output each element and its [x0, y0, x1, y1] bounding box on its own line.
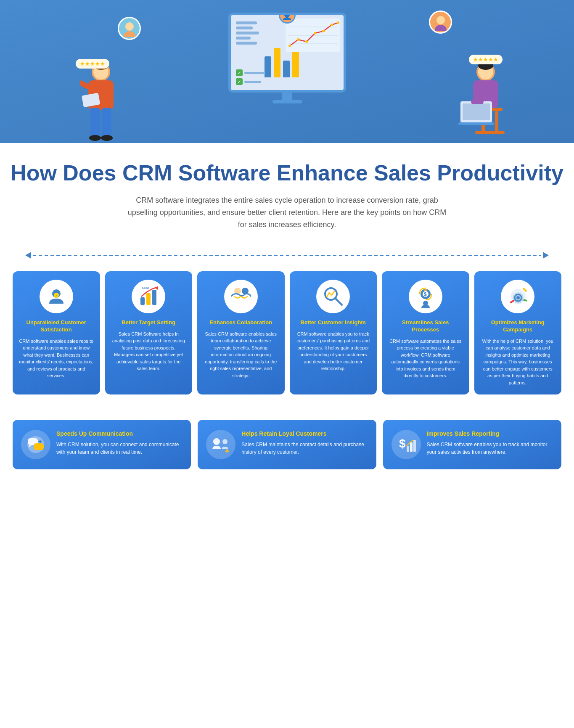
svg-point-9	[314, 32, 316, 34]
svg-rect-76	[413, 440, 416, 452]
card-streamlines-sales: $ Streamlines Sales Processes CRM softwa…	[382, 271, 469, 394]
card-text-streamlines: CRM software automates the sales process…	[388, 338, 463, 379]
svg-text:CRM: CRM	[142, 286, 149, 289]
svg-point-8	[305, 40, 308, 43]
svg-point-53	[331, 294, 333, 296]
svg-rect-18	[102, 108, 111, 137]
card-title-target: Better Target Setting	[122, 319, 175, 326]
card-icon-communication	[21, 430, 50, 459]
hero-section: ✓ ✓ 👤	[0, 0, 574, 143]
svg-text:$: $	[399, 437, 406, 450]
monitor-text-lines	[236, 21, 259, 45]
card-title-marketing: Optimizes Marketing Campaigns	[480, 319, 556, 334]
card-content-reporting: Improves Sales Reporting Sales CRM softw…	[427, 430, 553, 456]
card-title-unparalleled: Unparalleled Customer Satisfaction	[19, 319, 94, 334]
card-bottom-title-communication: Speeds Up Communication	[56, 430, 183, 437]
svg-point-38	[435, 25, 447, 31]
svg-point-19	[89, 135, 101, 141]
card-unparalleled-customer-satisfaction: ✓ Unparalleled Customer Satisfaction CRM…	[13, 271, 100, 394]
svg-point-10	[322, 30, 325, 32]
svg-point-35	[125, 22, 134, 31]
card-title-streamlines: Streamlines Sales Processes	[388, 319, 463, 334]
card-enhances-collaboration: Enhances Collaboration Sales CRM softwar…	[197, 271, 285, 394]
svg-rect-42	[140, 297, 145, 305]
card-better-customer-insights: Better Customer Insights CRM software en…	[290, 271, 377, 394]
svg-point-52	[328, 292, 330, 294]
monitor-stand	[282, 93, 292, 100]
main-title: How Does CRM Software Enhance Sales Prod…	[8, 160, 566, 186]
top-cards-grid: ✓ Unparalleled Customer Satisfaction CRM…	[13, 271, 561, 394]
arrow-divider	[0, 244, 574, 267]
monitor-base	[272, 100, 302, 103]
svg-line-50	[335, 298, 342, 305]
card-better-target-setting: CRM Better Target Setting Sales CRM Soft…	[105, 271, 193, 394]
svg-rect-44	[152, 290, 156, 305]
card-bottom-title-reporting: Improves Sales Reporting	[427, 430, 553, 437]
svg-point-37	[436, 16, 445, 24]
card-icon-insights	[316, 280, 350, 313]
card-text-insights: CRM software enables you to track custom…	[296, 331, 371, 372]
card-icon-reporting: $	[391, 430, 421, 459]
svg-rect-34	[471, 99, 484, 104]
card-text-collaboration: Sales CRM software enables sales team co…	[203, 331, 279, 379]
avatar-top-right	[429, 11, 452, 34]
card-optimizes-marketing: Optimizes Marketing Campaigns With the h…	[474, 271, 562, 394]
svg-point-72	[222, 439, 227, 444]
card-icon-unparalleled: ✓	[40, 280, 73, 313]
avatar-top-left	[118, 17, 141, 40]
left-person	[80, 57, 122, 143]
title-section: How Does CRM Software Enhance Sales Prod…	[0, 143, 574, 244]
card-retain-customers: Helps Retain Loyal Customers Sales CRM m…	[198, 420, 376, 469]
left-stars-badge: ★★★★★	[76, 59, 109, 69]
card-content-communication: Speeds Up Communication With CRM solutio…	[56, 430, 183, 456]
right-stars-badge: ★★★★★	[469, 55, 503, 64]
subtitle: CRM software integrates the entire sales…	[123, 194, 451, 230]
card-bottom-text-retain: Sales CRM maintains the contact details …	[241, 441, 368, 456]
monitor-checklist: ✓ ✓	[236, 69, 265, 85]
svg-rect-43	[146, 293, 151, 305]
svg-point-51	[326, 296, 328, 297]
card-icon-streamlines: $	[409, 280, 442, 313]
monitor-illustration: ✓ ✓ 👤	[224, 13, 350, 103]
card-icon-marketing	[501, 280, 534, 313]
card-title-collaboration: Enhances Collaboration	[209, 319, 272, 326]
svg-point-7	[297, 38, 299, 41]
svg-text:$: $	[424, 291, 427, 297]
arrow-right-icon	[543, 252, 549, 259]
svg-point-6	[288, 45, 291, 47]
svg-point-62	[516, 296, 520, 299]
card-icon-target: CRM	[132, 280, 165, 313]
svg-rect-32	[463, 103, 490, 120]
svg-point-54	[333, 291, 335, 292]
card-bottom-title-retain: Helps Retain Loyal Customers	[241, 430, 368, 437]
svg-point-36	[124, 31, 135, 37]
arrow-left-icon	[25, 252, 31, 259]
right-person	[452, 57, 511, 143]
svg-point-12	[337, 21, 339, 24]
card-text-unparalleled: CRM software enables sales reps to under…	[19, 338, 94, 379]
bottom-cards-section: Speeds Up Communication With CRM solutio…	[0, 411, 574, 486]
card-text-target: Sales CRM Software helps in analysing pa…	[111, 331, 187, 372]
card-title-insights: Better Customer Insights	[301, 319, 366, 326]
svg-point-11	[331, 24, 333, 26]
card-speeds-communication: Speeds Up Communication With CRM solutio…	[13, 420, 191, 469]
svg-rect-75	[410, 442, 413, 452]
svg-rect-17	[90, 108, 100, 137]
arrow-line	[33, 255, 541, 256]
svg-point-71	[213, 438, 220, 445]
svg-point-20	[101, 135, 113, 141]
card-bottom-text-reporting: Sales CRM software enables you to track …	[427, 441, 553, 456]
card-text-marketing: With the help of CRM solution, you can a…	[480, 338, 556, 387]
svg-text:✓: ✓	[55, 294, 58, 298]
svg-rect-25	[495, 111, 498, 132]
card-content-retain: Helps Retain Loyal Customers Sales CRM m…	[241, 430, 368, 456]
card-icon-retain	[206, 430, 235, 459]
card-improves-reporting: $ Improves Sales Reporting Sales CRM sof…	[383, 420, 561, 469]
monitor-line-chart	[286, 19, 340, 52]
top-cards-section: ✓ Unparalleled Customer Satisfaction CRM…	[0, 267, 574, 411]
card-bottom-text-communication: With CRM solution, you can connect and c…	[56, 441, 183, 456]
svg-rect-26	[475, 131, 505, 134]
svg-rect-33	[458, 122, 494, 125]
card-icon-collaboration	[224, 280, 258, 313]
svg-rect-74	[407, 446, 409, 452]
